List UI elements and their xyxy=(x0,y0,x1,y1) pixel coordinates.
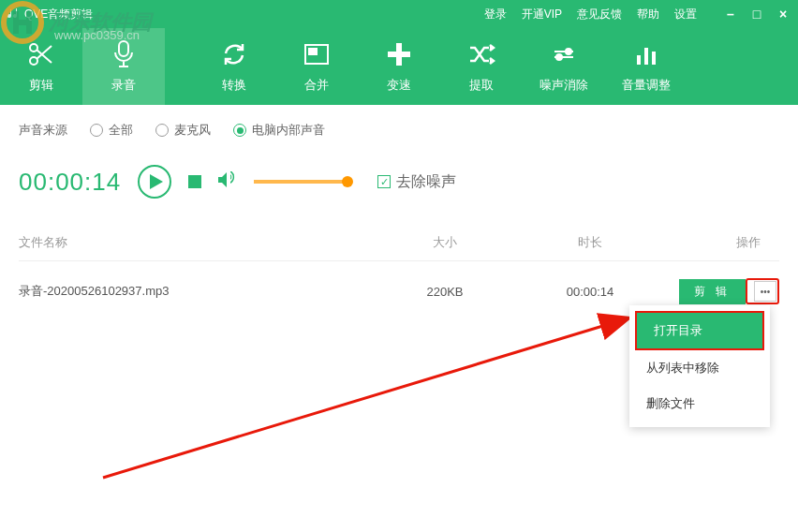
menu-feedback[interactable]: 意见反馈 xyxy=(577,7,622,22)
speed-icon xyxy=(384,39,414,69)
menu-help[interactable]: 帮助 xyxy=(637,7,659,22)
menu-delete[interactable]: 删除文件 xyxy=(629,386,770,421)
col-size: 大小 xyxy=(365,234,525,251)
app-icon xyxy=(7,7,21,21)
source-label: 声音来源 xyxy=(19,122,67,139)
col-op: 操作 xyxy=(656,234,779,251)
svg-rect-11 xyxy=(637,55,641,65)
app-title: QVE音频剪辑 xyxy=(24,7,93,22)
radio-mic[interactable]: 麦克风 xyxy=(155,122,211,139)
svg-rect-8 xyxy=(309,49,317,54)
col-dur: 时长 xyxy=(525,234,656,251)
tool-speed[interactable]: 变速 xyxy=(358,28,440,105)
denoise-checkbox[interactable]: ✓去除噪声 xyxy=(377,172,456,192)
play-button[interactable] xyxy=(138,165,171,199)
tool-convert[interactable]: 转换 xyxy=(193,28,275,105)
volume-icon[interactable] xyxy=(218,171,237,192)
close-button[interactable]: × xyxy=(776,7,791,22)
file-name: 录音-20200526102937.mp3 xyxy=(19,283,365,300)
file-duration: 00:00:14 xyxy=(525,285,656,299)
tool-merge[interactable]: 合并 xyxy=(275,28,358,105)
radio-internal[interactable]: 电脑内部声音 xyxy=(233,122,325,139)
minimize-button[interactable]: – xyxy=(723,7,738,22)
stop-button[interactable] xyxy=(188,175,201,188)
svg-point-10 xyxy=(556,54,562,60)
menu-login[interactable]: 登录 xyxy=(484,7,507,22)
watermark-url: www.pc0359.cn xyxy=(54,28,140,42)
convert-icon xyxy=(219,39,249,69)
noise-icon xyxy=(549,39,579,69)
svg-rect-13 xyxy=(652,52,656,65)
svg-point-9 xyxy=(566,49,571,54)
volume-slider[interactable] xyxy=(254,180,347,184)
tool-noise[interactable]: 噪声消除 xyxy=(523,28,605,105)
menu-remove[interactable]: 从列表中移除 xyxy=(629,350,770,386)
tool-extract[interactable]: 提取 xyxy=(440,28,523,105)
timer: 00:00:14 xyxy=(19,168,121,197)
menu-open-dir[interactable]: 打开目录 xyxy=(637,313,762,348)
svg-rect-6 xyxy=(119,41,128,56)
titlebar: QVE音频剪辑 登录 开通VIP 意见反馈 帮助 设置 – □ × xyxy=(0,0,798,28)
table-header: 文件名称 大小 时长 操作 xyxy=(19,225,779,261)
scissors-icon xyxy=(26,39,56,69)
tool-volume[interactable]: 音量调整 xyxy=(605,28,687,105)
svg-rect-12 xyxy=(644,48,648,65)
merge-icon xyxy=(302,39,332,69)
menu-settings[interactable]: 设置 xyxy=(674,7,697,22)
shuffle-icon xyxy=(466,39,496,69)
col-name: 文件名称 xyxy=(19,234,365,251)
microphone-icon xyxy=(109,39,139,69)
volume-bars-icon xyxy=(631,39,661,69)
svg-line-14 xyxy=(103,318,628,478)
more-button[interactable]: ••• xyxy=(754,281,776,302)
file-size: 220KB xyxy=(365,285,525,299)
menu-vip[interactable]: 开通VIP xyxy=(522,7,562,22)
context-menu: 打开目录 从列表中移除 删除文件 xyxy=(629,305,770,427)
radio-all[interactable]: 全部 xyxy=(90,122,133,139)
maximize-button[interactable]: □ xyxy=(749,7,764,22)
edit-button[interactable]: 剪 辑 xyxy=(679,279,746,304)
